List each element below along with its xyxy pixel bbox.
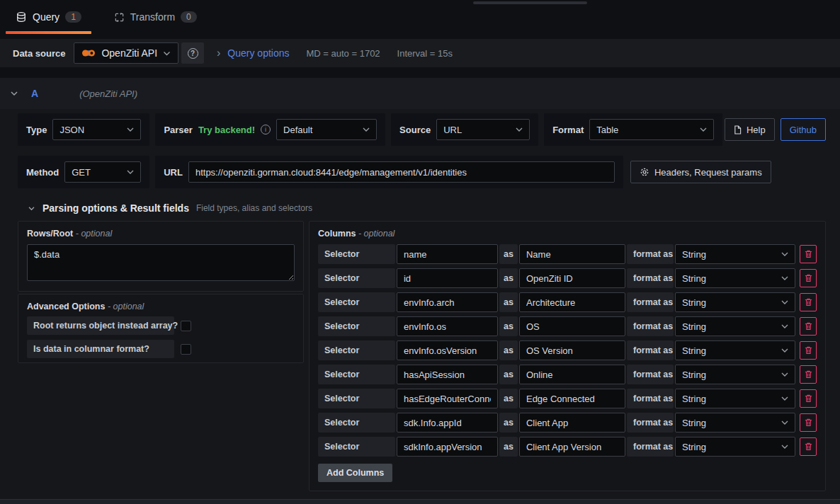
column-row: Selector as format as String: [318, 437, 817, 457]
transform-icon: [114, 12, 125, 23]
as-label: as: [499, 316, 518, 336]
column-format-select[interactable]: String: [675, 389, 795, 408]
as-label: as: [499, 389, 518, 408]
delete-column-button[interactable]: [800, 437, 817, 456]
method-label: Method: [26, 167, 59, 178]
format-as-label: format as: [627, 316, 674, 336]
column-format-select[interactable]: String: [675, 268, 795, 288]
selector-label: Selector: [318, 244, 395, 264]
editor-tabs-bar: Query 1 Transform 0: [0, 0, 840, 34]
tab-query[interactable]: Query 1: [6, 0, 91, 34]
tab-transform-label: Transform: [130, 11, 175, 23]
delete-column-button[interactable]: [800, 413, 817, 432]
delete-column-button[interactable]: [800, 365, 817, 384]
github-button[interactable]: Github: [781, 118, 826, 141]
type-field-group: Type JSON: [18, 113, 149, 146]
column-selector-input[interactable]: [397, 244, 498, 264]
trash-icon: [804, 370, 813, 379]
type-select[interactable]: JSON: [52, 119, 141, 140]
column-selector-input[interactable]: [397, 340, 498, 360]
column-format-value: String: [682, 249, 706, 260]
rows-root-textarea[interactable]: [27, 244, 295, 281]
format-as-label: format as: [627, 365, 674, 384]
delete-column-button[interactable]: [800, 341, 817, 360]
column-format-value: String: [682, 297, 706, 308]
url-field-group: URL: [155, 156, 623, 188]
advanced-options-title: Advanced Options: [27, 302, 105, 311]
column-selector-input[interactable]: [397, 365, 498, 384]
column-alias-input[interactable]: [519, 413, 625, 433]
column-alias-input[interactable]: [519, 437, 625, 457]
parser-field-group: Parser Try backend! i Default: [155, 113, 385, 146]
columnar-format-checkbox[interactable]: [181, 344, 191, 355]
headers-request-params-button[interactable]: Headers, Request params: [630, 161, 771, 183]
tab-transform[interactable]: Transform 0: [104, 0, 207, 34]
method-select[interactable]: GET: [64, 161, 141, 183]
root-returns-object-checkbox[interactable]: [181, 321, 191, 331]
format-as-label: format as: [627, 244, 674, 264]
trash-icon: [804, 297, 813, 307]
column-selector-input[interactable]: [397, 316, 498, 336]
method-value: GET: [72, 167, 91, 178]
parsing-section-header[interactable]: Parsing options & Result fields Field ty…: [18, 202, 826, 214]
format-select[interactable]: Table: [589, 119, 714, 140]
column-format-value: String: [682, 345, 706, 356]
add-columns-button[interactable]: Add Columns: [318, 464, 392, 482]
chevron-down-icon: [781, 372, 788, 377]
column-alias-input[interactable]: [519, 365, 625, 384]
column-row: Selector as format as String: [318, 389, 817, 408]
column-format-select[interactable]: String: [675, 365, 795, 384]
trash-icon: [804, 418, 813, 428]
column-format-select[interactable]: String: [675, 316, 795, 336]
headers-button-label: Headers, Request params: [654, 167, 762, 178]
column-alias-input[interactable]: [519, 316, 625, 336]
column-format-select[interactable]: String: [675, 413, 795, 433]
chevron-right-icon: ›: [217, 47, 220, 59]
delete-column-button[interactable]: [800, 269, 817, 287]
root-returns-object-label: Root returns object instead array?: [27, 316, 174, 335]
max-data-points-text: MD = auto = 1702: [307, 48, 380, 59]
column-selector-input[interactable]: [397, 292, 498, 312]
chevron-down-icon: [163, 51, 171, 56]
column-format-select[interactable]: String: [675, 244, 795, 264]
datasource-value: OpenZiti API: [101, 47, 157, 59]
delete-column-button[interactable]: [800, 389, 817, 408]
query-row-header[interactable]: A (OpenZiti API): [0, 78, 840, 109]
column-selector-input[interactable]: [397, 437, 498, 457]
url-input[interactable]: [188, 161, 615, 183]
format-value: Table: [596, 125, 618, 135]
column-format-select[interactable]: String: [675, 340, 795, 360]
info-circle-icon[interactable]: i: [261, 125, 271, 134]
chevron-down-icon: [363, 127, 370, 132]
column-selector-input[interactable]: [397, 413, 498, 433]
delete-column-button[interactable]: [800, 317, 817, 336]
column-format-select[interactable]: String: [675, 292, 795, 312]
interval-text: Interval = 15s: [397, 48, 453, 59]
column-alias-input[interactable]: [519, 340, 625, 360]
trash-icon: [804, 345, 813, 355]
column-row: Selector as format as String: [318, 365, 817, 384]
column-selector-input[interactable]: [397, 389, 498, 408]
method-field-group: Method GET: [18, 156, 149, 188]
parsing-section-subtitle: Field types, alias and selectors: [196, 203, 312, 213]
column-alias-input[interactable]: [519, 244, 625, 264]
column-alias-input[interactable]: [519, 389, 625, 408]
source-value: URL: [443, 125, 462, 135]
type-label: Type: [26, 125, 47, 135]
source-select[interactable]: URL: [436, 119, 530, 140]
datasource-picker[interactable]: OpenZiti API: [74, 42, 178, 64]
query-refid: A: [31, 88, 38, 99]
delete-column-button[interactable]: [800, 293, 817, 311]
datasource-help-button[interactable]: ?: [181, 42, 204, 64]
column-alias-input[interactable]: [519, 292, 625, 312]
trash-icon: [804, 249, 813, 259]
column-row: Selector as format as String: [318, 292, 817, 312]
delete-column-button[interactable]: [800, 245, 817, 263]
column-alias-input[interactable]: [519, 268, 625, 288]
help-button[interactable]: Help: [725, 118, 775, 141]
column-format-select[interactable]: String: [675, 437, 795, 457]
query-options-link[interactable]: Query options: [227, 47, 289, 59]
panel-drag-handle[interactable]: [473, 1, 587, 4]
parser-select[interactable]: Default: [276, 119, 377, 140]
column-selector-input[interactable]: [397, 268, 498, 288]
